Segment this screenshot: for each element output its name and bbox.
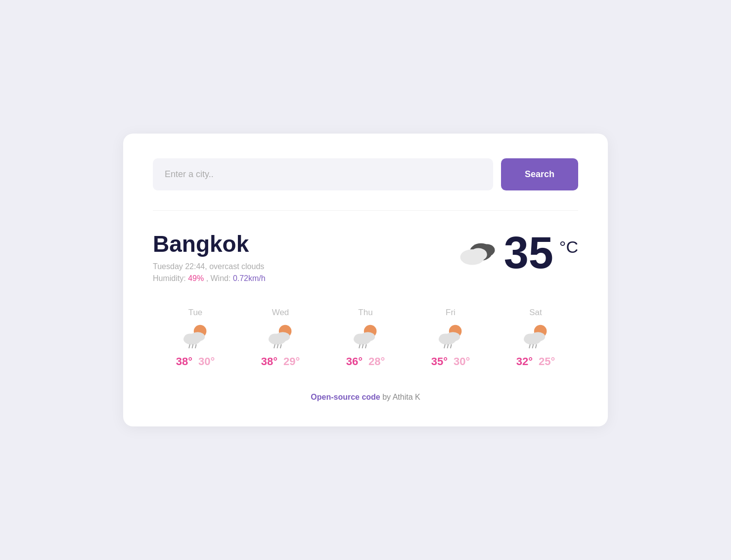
low-temp-sat: 25° [539, 355, 555, 368]
svg-point-4 [462, 250, 476, 261]
search-row: Search [153, 158, 578, 190]
svg-point-22 [355, 333, 366, 341]
city-search-input[interactable] [153, 158, 493, 190]
weather-card: Search Bangkok Tuesday 22:44, overcast c… [123, 134, 608, 426]
forecast-icon-fri [435, 323, 466, 350]
svg-line-18 [280, 345, 281, 348]
humidity-label: Humidity: [153, 274, 186, 282]
day-label-wed: Wed [272, 308, 289, 318]
svg-point-8 [184, 333, 195, 341]
forecast-day-fri: Fri 35° 30° [431, 308, 470, 368]
footer-suffix: by Athita K [380, 393, 420, 401]
svg-point-15 [270, 333, 280, 341]
low-temp-fri: 30° [454, 355, 470, 368]
high-temp-fri: 35° [431, 355, 448, 368]
svg-line-32 [451, 345, 452, 348]
wind-value: 0.72km/h [233, 274, 266, 282]
svg-line-17 [277, 345, 278, 348]
temperature-unit: °C [559, 237, 578, 257]
section-divider [153, 210, 578, 211]
search-button[interactable]: Search [501, 158, 578, 190]
humidity-value: 49% [188, 274, 204, 282]
day-label-thu: Thu [358, 308, 372, 318]
weather-description: Tuesday 22:44, overcast clouds [153, 262, 266, 271]
forecast-icon-tue [180, 323, 211, 350]
footer: Open-source code by Athita K [153, 393, 578, 402]
temperature-section: 35 °C [454, 231, 578, 275]
current-weather-section: Bangkok Tuesday 22:44, overcast clouds H… [153, 231, 578, 283]
high-temp-sat: 32° [516, 355, 533, 368]
high-temp-tue: 38° [176, 355, 192, 368]
day-label-sat: Sat [529, 308, 542, 318]
weather-meta: Humidity: 49% , Wind: 0.72km/h [153, 274, 266, 283]
forecast-temps-wed: 38° 29° [261, 355, 300, 368]
low-temp-thu: 28° [368, 355, 385, 368]
city-info: Bangkok Tuesday 22:44, overcast clouds H… [153, 231, 266, 283]
svg-line-25 [366, 345, 366, 348]
wind-separator: , [206, 274, 211, 282]
forecast-day-sat: Sat 32° 25° [516, 308, 555, 368]
forecast-icon-sat [520, 323, 551, 350]
low-temp-tue: 30° [198, 355, 215, 368]
forecast-temps-sat: 32° 25° [516, 355, 555, 368]
svg-line-9 [189, 345, 190, 348]
day-label-tue: Tue [188, 308, 203, 318]
open-source-link[interactable]: Open-source code [311, 393, 380, 401]
forecast-row: Tue 38° 30° Wed [153, 308, 578, 368]
svg-line-16 [274, 345, 275, 348]
svg-line-11 [195, 345, 196, 348]
high-temp-wed: 38° [261, 355, 277, 368]
forecast-icon-thu [350, 323, 381, 350]
city-name: Bangkok [153, 231, 266, 257]
svg-point-36 [525, 333, 536, 341]
current-temperature: 35 [504, 231, 553, 275]
high-temp-thu: 36° [346, 355, 363, 368]
forecast-temps-thu: 36° 28° [346, 355, 385, 368]
svg-line-38 [533, 345, 534, 348]
forecast-day-tue: Tue 38° 30° [176, 308, 215, 368]
svg-line-30 [444, 345, 445, 348]
forecast-temps-tue: 38° 30° [176, 355, 215, 368]
day-label-fri: Fri [446, 308, 456, 318]
low-temp-wed: 29° [283, 355, 300, 368]
forecast-day-wed: Wed 38° 29° [261, 308, 300, 368]
svg-line-23 [359, 345, 360, 348]
svg-line-24 [363, 345, 364, 348]
svg-point-29 [440, 333, 451, 341]
forecast-temps-fri: 35° 30° [431, 355, 470, 368]
svg-line-37 [529, 345, 530, 348]
weather-icon-main [454, 235, 498, 270]
svg-line-31 [448, 345, 449, 348]
svg-line-39 [536, 345, 537, 348]
svg-line-10 [192, 345, 193, 348]
wind-label: Wind: [211, 274, 231, 282]
forecast-icon-wed [265, 323, 296, 350]
forecast-day-thu: Thu 36° 28° [346, 308, 385, 368]
